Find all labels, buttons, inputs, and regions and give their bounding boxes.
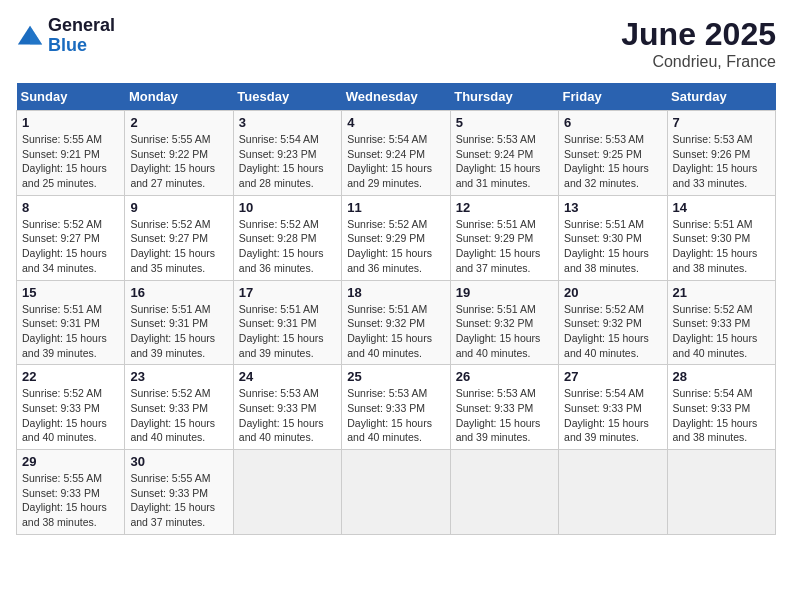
calendar-day-cell: 25Sunrise: 5:53 AMSunset: 9:33 PMDayligh… — [342, 365, 450, 450]
calendar-day-cell: 18Sunrise: 5:51 AMSunset: 9:32 PMDayligh… — [342, 280, 450, 365]
logo-text: General Blue — [48, 16, 115, 56]
calendar-day-cell: 26Sunrise: 5:53 AMSunset: 9:33 PMDayligh… — [450, 365, 558, 450]
calendar-day-cell: 27Sunrise: 5:54 AMSunset: 9:33 PMDayligh… — [559, 365, 667, 450]
calendar-day-cell: 23Sunrise: 5:52 AMSunset: 9:33 PMDayligh… — [125, 365, 233, 450]
calendar-subtitle: Condrieu, France — [621, 53, 776, 71]
calendar-day-cell: 9Sunrise: 5:52 AMSunset: 9:27 PMDaylight… — [125, 195, 233, 280]
calendar-day-cell: 16Sunrise: 5:51 AMSunset: 9:31 PMDayligh… — [125, 280, 233, 365]
logo: General Blue — [16, 16, 115, 56]
header-row: Sunday Monday Tuesday Wednesday Thursday… — [17, 83, 776, 111]
calendar-day-cell: 22Sunrise: 5:52 AMSunset: 9:33 PMDayligh… — [17, 365, 125, 450]
calendar-day-cell — [233, 450, 341, 535]
header-sunday: Sunday — [17, 83, 125, 111]
title-block: June 2025 Condrieu, France — [621, 16, 776, 71]
calendar-title: June 2025 — [621, 16, 776, 53]
calendar-day-cell: 13Sunrise: 5:51 AMSunset: 9:30 PMDayligh… — [559, 195, 667, 280]
calendar-day-cell: 7Sunrise: 5:53 AMSunset: 9:26 PMDaylight… — [667, 111, 775, 196]
calendar-day-cell: 11Sunrise: 5:52 AMSunset: 9:29 PMDayligh… — [342, 195, 450, 280]
calendar-day-cell: 10Sunrise: 5:52 AMSunset: 9:28 PMDayligh… — [233, 195, 341, 280]
calendar-day-cell: 8Sunrise: 5:52 AMSunset: 9:27 PMDaylight… — [17, 195, 125, 280]
calendar-day-cell — [342, 450, 450, 535]
calendar-day-cell: 4Sunrise: 5:54 AMSunset: 9:24 PMDaylight… — [342, 111, 450, 196]
calendar-day-cell — [450, 450, 558, 535]
calendar-day-cell: 24Sunrise: 5:53 AMSunset: 9:33 PMDayligh… — [233, 365, 341, 450]
calendar-day-cell: 28Sunrise: 5:54 AMSunset: 9:33 PMDayligh… — [667, 365, 775, 450]
header-monday: Monday — [125, 83, 233, 111]
calendar-day-cell — [559, 450, 667, 535]
logo-blue: Blue — [48, 36, 115, 56]
header-friday: Friday — [559, 83, 667, 111]
calendar-day-cell: 2Sunrise: 5:55 AMSunset: 9:22 PMDaylight… — [125, 111, 233, 196]
header-thursday: Thursday — [450, 83, 558, 111]
header-wednesday: Wednesday — [342, 83, 450, 111]
logo-general: General — [48, 16, 115, 36]
calendar-day-cell — [667, 450, 775, 535]
calendar-day-cell: 3Sunrise: 5:54 AMSunset: 9:23 PMDaylight… — [233, 111, 341, 196]
calendar-header: Sunday Monday Tuesday Wednesday Thursday… — [17, 83, 776, 111]
page-header: General Blue June 2025 Condrieu, France — [16, 16, 776, 71]
calendar-week-4: 22Sunrise: 5:52 AMSunset: 9:33 PMDayligh… — [17, 365, 776, 450]
calendar-day-cell: 30Sunrise: 5:55 AMSunset: 9:33 PMDayligh… — [125, 450, 233, 535]
calendar-day-cell: 29Sunrise: 5:55 AMSunset: 9:33 PMDayligh… — [17, 450, 125, 535]
calendar-day-cell: 6Sunrise: 5:53 AMSunset: 9:25 PMDaylight… — [559, 111, 667, 196]
calendar-day-cell: 21Sunrise: 5:52 AMSunset: 9:33 PMDayligh… — [667, 280, 775, 365]
calendar-week-2: 8Sunrise: 5:52 AMSunset: 9:27 PMDaylight… — [17, 195, 776, 280]
calendar-day-cell: 19Sunrise: 5:51 AMSunset: 9:32 PMDayligh… — [450, 280, 558, 365]
header-tuesday: Tuesday — [233, 83, 341, 111]
logo-icon — [16, 22, 44, 50]
calendar-week-3: 15Sunrise: 5:51 AMSunset: 9:31 PMDayligh… — [17, 280, 776, 365]
calendar-table: Sunday Monday Tuesday Wednesday Thursday… — [16, 83, 776, 535]
calendar-day-cell: 15Sunrise: 5:51 AMSunset: 9:31 PMDayligh… — [17, 280, 125, 365]
svg-marker-1 — [30, 26, 42, 45]
calendar-week-5: 29Sunrise: 5:55 AMSunset: 9:33 PMDayligh… — [17, 450, 776, 535]
header-saturday: Saturday — [667, 83, 775, 111]
calendar-body: 1Sunrise: 5:55 AMSunset: 9:21 PMDaylight… — [17, 111, 776, 535]
calendar-day-cell: 12Sunrise: 5:51 AMSunset: 9:29 PMDayligh… — [450, 195, 558, 280]
calendar-day-1: 1Sunrise: 5:55 AMSunset: 9:21 PMDaylight… — [17, 111, 125, 196]
calendar-week-1: 1Sunrise: 5:55 AMSunset: 9:21 PMDaylight… — [17, 111, 776, 196]
calendar-day-cell: 17Sunrise: 5:51 AMSunset: 9:31 PMDayligh… — [233, 280, 341, 365]
calendar-day-cell: 20Sunrise: 5:52 AMSunset: 9:32 PMDayligh… — [559, 280, 667, 365]
calendar-day-cell: 14Sunrise: 5:51 AMSunset: 9:30 PMDayligh… — [667, 195, 775, 280]
calendar-day-cell: 5Sunrise: 5:53 AMSunset: 9:24 PMDaylight… — [450, 111, 558, 196]
